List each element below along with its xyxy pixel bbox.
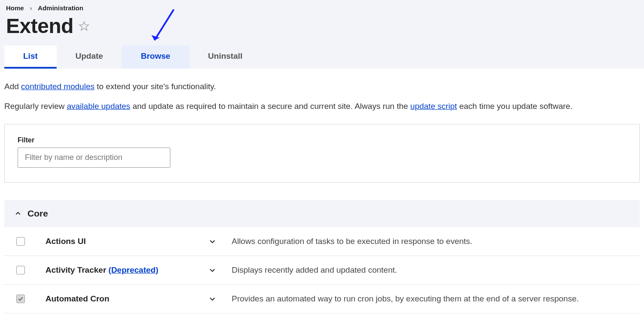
chevron-right-icon: › [30,5,32,12]
module-list: Actions UI Allows configuration of tasks… [4,227,640,313]
link-contributed-modules[interactable]: contributed modules [21,82,94,91]
module-description: Provides an automated way to run cron jo… [232,294,631,304]
module-checkbox[interactable] [16,237,25,246]
breadcrumb-administration[interactable]: Administration [38,4,83,12]
check-icon [18,296,24,302]
chevron-up-icon [15,210,21,217]
tab-update[interactable]: Update [57,45,122,69]
filter-panel: Filter [4,124,640,183]
link-deprecated[interactable]: (Deprecated) [109,265,158,274]
tabs: List Update Browse Uninstall [4,45,640,69]
chevron-down-icon[interactable] [209,238,216,245]
tab-list[interactable]: List [4,45,57,69]
intro-line-2: Regularly review available updates and u… [4,99,640,113]
breadcrumb: Home › Administration [4,4,640,12]
chevron-down-icon[interactable] [209,295,216,303]
group-title: Core [27,208,48,219]
tab-uninstall[interactable]: Uninstall [189,45,261,69]
page-title: Extend [6,14,73,38]
module-description: Displays recently added and updated cont… [232,265,631,275]
breadcrumb-home[interactable]: Home [6,4,24,12]
module-row: Actions UI Allows configuration of tasks… [4,227,640,256]
svg-marker-0 [79,21,88,30]
link-available-updates[interactable]: available updates [67,102,130,111]
filter-label: Filter [18,136,626,144]
link-update-script[interactable]: update script [410,102,457,111]
chevron-down-icon[interactable] [209,266,216,274]
module-checkbox[interactable] [16,266,25,274]
module-description: Allows configuration of tasks to be exec… [232,237,631,246]
module-name: Actions UI [45,237,200,246]
group-header-core[interactable]: Core [4,200,640,227]
module-name: Automated Cron [45,294,200,304]
intro-line-1: Add contributed modules to extend your s… [4,80,640,93]
module-checkbox[interactable] [16,295,25,303]
module-name: Activity Tracker (Deprecated) [45,265,200,275]
filter-input[interactable] [18,147,170,168]
module-row: Activity Tracker (Deprecated) Displays r… [4,256,640,285]
star-icon[interactable] [79,21,90,32]
module-row: Automated Cron Provides an automated way… [4,285,640,313]
tab-browse[interactable]: Browse [122,45,189,69]
